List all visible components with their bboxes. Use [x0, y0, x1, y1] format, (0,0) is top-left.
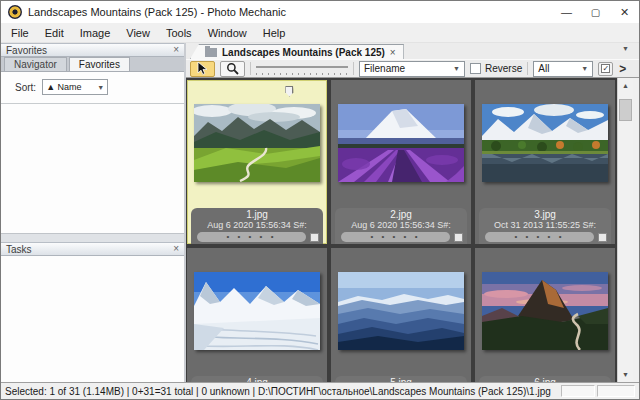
thumbnail-caption: 1.jpg Aug 6 2020 15:56:34 S#: • • • • • [191, 208, 323, 244]
vertical-scrollbar[interactable]: ▲ ▼ [617, 78, 633, 382]
window-title: Landscapes Mountains (Pack 125) - Photo … [28, 6, 286, 18]
chevron-down-icon: ▼ [97, 84, 104, 91]
thumbnail-metadata: Aug 6 2020 15:56:34 S#: [191, 220, 323, 231]
tag-checkbox[interactable] [454, 233, 463, 242]
contact-sheet: 1.jpg Aug 6 2020 15:56:34 S#: • • • • • [186, 77, 639, 382]
contact-sheet-tab[interactable]: Landscapes Mountains (Pack 125) × [190, 44, 404, 59]
tag-checkbox[interactable] [598, 233, 607, 242]
scrollbar-thumb[interactable] [619, 99, 632, 121]
thumbnail-image-6[interactable] [482, 272, 608, 350]
app-window: Landscapes Mountains (Pack 125) - Photo … [0, 0, 640, 400]
window-controls: — ▢ ✕ [552, 1, 639, 23]
reverse-label: Reverse [485, 63, 522, 74]
status-progress-cells [561, 385, 635, 397]
tab-list-chevron-icon[interactable]: ▼ [622, 45, 629, 52]
contact-sheet-tab-bar: Landscapes Mountains (Pack 125) × ▼ [186, 43, 639, 59]
thumbnail-metadata: Aug 6 2020 15:56:34 S#: [335, 220, 467, 231]
chevron-down-icon: ▼ [581, 65, 588, 72]
chevron-down-icon: ▼ [453, 65, 460, 72]
toolbar: Filename ▼ Reverse All ▼ ✓ > [186, 59, 639, 77]
divider [1, 103, 184, 104]
thumbnail-cell-1[interactable]: 1.jpg Aug 6 2020 15:56:34 S#: • • • • • [187, 80, 327, 244]
sidebar-tabs: Navigator Favorites [1, 57, 184, 72]
menu-tools[interactable]: Tools [158, 24, 200, 42]
menu-window[interactable]: Window [200, 24, 255, 42]
tagged-filter-button[interactable]: ✓ [598, 62, 613, 76]
scroll-up-icon[interactable]: ▲ [618, 78, 633, 93]
tasks-panel-close-icon[interactable]: × [173, 244, 179, 254]
tab-close-icon[interactable]: × [390, 47, 396, 58]
favorites-panel-close-icon[interactable]: × [173, 45, 179, 55]
checked-box-icon: ✓ [601, 64, 610, 73]
menu-view[interactable]: View [118, 24, 158, 42]
thumbnail-filename: 1.jpg [191, 209, 323, 220]
sidebar: Favorites × Navigator Favorites Sort: ▲ … [1, 43, 184, 382]
thumbnail-cell-6[interactable]: 6.jpg • • • • • [475, 248, 615, 382]
thumbnail-cell-4[interactable]: 4.jpg • • • • • [187, 248, 327, 382]
rating-bar[interactable]: • • • • • [485, 232, 594, 242]
menu-bar: File Edit Image View Tools Window Help [1, 23, 639, 43]
pointer-tool-button[interactable] [190, 61, 215, 77]
favorites-panel-header: Favorites × [1, 43, 184, 57]
status-text: Selected: 1 of 31 (1.14MB) | 0+31=31 tot… [5, 386, 551, 397]
status-cell [597, 385, 635, 397]
menu-help[interactable]: Help [255, 24, 294, 42]
thumbnail-image-5[interactable] [338, 272, 464, 350]
tasks-panel-title: Tasks [6, 244, 32, 255]
app-logo-icon [8, 5, 22, 19]
tab-favorites[interactable]: Favorites [69, 57, 130, 71]
thumbnail-image-2[interactable] [338, 104, 464, 182]
reverse-checkbox[interactable] [470, 63, 481, 74]
maximize-button[interactable]: ▢ [581, 1, 610, 23]
thumbnail-cell-3[interactable]: 3.jpg Oct 31 2013 11:55:25 S#: • • • • • [475, 80, 615, 244]
filter-dropdown[interactable]: All ▼ [533, 61, 593, 77]
thumbnail-size-slider[interactable] [256, 62, 348, 76]
thumbnail-metadata: Oct 31 2013 11:55:25 S#: [479, 220, 611, 231]
thumbnail-cell-2[interactable]: 2.jpg Aug 6 2020 15:56:34 S#: • • • • • [331, 80, 471, 244]
contact-sheet-tab-label: Landscapes Mountains (Pack 125) [222, 47, 385, 58]
thumbnail-image-4[interactable] [194, 272, 320, 350]
filter-value: All [538, 63, 549, 74]
menu-file[interactable]: File [3, 24, 37, 42]
scrollbar-track[interactable] [618, 93, 633, 367]
thumbnail-caption: 2.jpg Aug 6 2020 15:56:34 S#: • • • • • [335, 208, 467, 244]
folder-icon [205, 48, 217, 57]
close-button[interactable]: ✕ [610, 1, 639, 23]
tasks-panel-header: Tasks × [1, 242, 184, 256]
thumbnail-cell-5[interactable]: 5.jpg • • • • • [331, 248, 471, 382]
rating-bar[interactable]: • • • • • [341, 232, 450, 242]
tag-checkbox[interactable] [310, 233, 319, 242]
sort-label: Sort: [15, 82, 36, 93]
thumbnail-caption: 3.jpg Oct 31 2013 11:55:25 S#: • • • • • [479, 208, 611, 244]
sort-field-dropdown[interactable]: Filename ▼ [359, 61, 465, 77]
main-area: Landscapes Mountains (Pack 125) × ▼ [186, 43, 639, 382]
magnifier-icon [226, 62, 239, 75]
menu-image[interactable]: Image [72, 24, 119, 42]
scroll-down-icon[interactable]: ▼ [618, 367, 633, 382]
status-cell [561, 385, 595, 397]
toolbar-separator [527, 62, 528, 75]
minimize-button[interactable]: — [552, 1, 581, 23]
sort-field-value: Filename [364, 63, 405, 74]
toolbar-separator [250, 62, 251, 75]
tasks-panel-content [1, 256, 184, 382]
tab-navigator[interactable]: Navigator [4, 57, 67, 71]
toolbar-overflow-arrow[interactable]: > [619, 62, 626, 76]
favorites-panel-title: Favorites [6, 45, 47, 56]
sort-dropdown-value: ▲ Name [46, 82, 81, 92]
toolbar-separator [353, 62, 354, 75]
favorites-panel-content: Sort: ▲ Name ▼ [1, 72, 184, 234]
rating-bar[interactable]: • • • • • [197, 232, 306, 242]
slider-ticks [256, 73, 348, 75]
menu-edit[interactable]: Edit [37, 24, 72, 42]
status-bar: Selected: 1 of 31 (1.14MB) | 0+31=31 tot… [1, 382, 639, 399]
zoom-tool-button[interactable] [220, 61, 245, 77]
thumbnail-grid: 1.jpg Aug 6 2020 15:56:34 S#: • • • • • [186, 78, 617, 382]
thumbnail-image-3[interactable] [482, 104, 608, 182]
thumbnail-filename: 3.jpg [479, 209, 611, 220]
sort-dropdown[interactable]: ▲ Name ▼ [42, 79, 108, 95]
thumbnail-filename: 2.jpg [335, 209, 467, 220]
panel-splitter[interactable] [1, 234, 184, 242]
thumbnail-image-1[interactable] [194, 104, 320, 182]
window-edge [633, 78, 640, 382]
